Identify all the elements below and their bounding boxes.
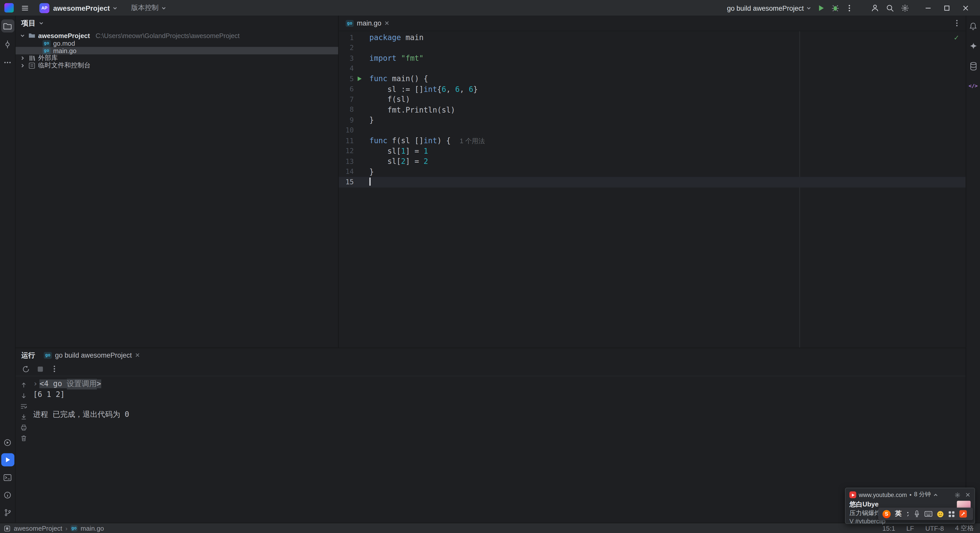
breadcrumb-project[interactable]: awesomeProject: [14, 525, 62, 532]
more-run-actions-button[interactable]: [842, 1, 856, 14]
vcs-widget[interactable]: 版本控制: [119, 1, 168, 14]
project-widget[interactable]: AP awesomeProject: [38, 1, 119, 14]
chevron-right-icon[interactable]: [19, 63, 25, 68]
commit-toolwindow-button[interactable]: [1, 38, 14, 51]
maximize-button[interactable]: [937, 1, 956, 14]
editor-tab-main-go[interactable]: go main.go: [341, 16, 395, 31]
run-line-icon[interactable]: [356, 76, 363, 82]
chevron-right-icon[interactable]: [19, 56, 25, 61]
notifications-button[interactable]: [966, 19, 980, 32]
sogou-logo-icon[interactable]: S: [883, 510, 891, 518]
close-tab-icon[interactable]: [135, 353, 140, 358]
code-line-6[interactable]: 6 sl := []int{6, 6, 6}: [339, 84, 966, 94]
punctuation-mode-icon[interactable]: [906, 511, 909, 516]
soft-wrap-button[interactable]: [20, 403, 27, 410]
code-line-12[interactable]: 12 sl[1] = 1: [339, 146, 966, 156]
version-control-toolwindow-button[interactable]: [1, 506, 14, 519]
code-line-7[interactable]: 7 f(sl): [339, 94, 966, 105]
code-line-13[interactable]: 13 sl[2] = 2: [339, 156, 966, 166]
print-button[interactable]: [20, 424, 27, 431]
code-line-14[interactable]: 14}: [339, 167, 966, 177]
console-more-button[interactable]: [51, 365, 58, 372]
keyboard-icon[interactable]: [924, 511, 932, 517]
code-line-3[interactable]: 3import "fmt": [339, 53, 966, 63]
tree-item-external-libraries[interactable]: 外部库: [16, 54, 338, 62]
down-stack-trace-button[interactable]: [20, 392, 27, 399]
notification-settings-icon[interactable]: [955, 492, 961, 498]
editor-tab-bar: go main.go: [339, 16, 966, 31]
settings-button[interactable]: [897, 1, 913, 14]
more-vertical-icon: [51, 365, 58, 372]
project-toolwindow-button[interactable]: [1, 19, 14, 32]
chevron-up-icon[interactable]: [933, 492, 939, 498]
more-toolwindows-button[interactable]: [1, 56, 14, 68]
main-menu-button[interactable]: [18, 1, 33, 14]
up-stack-trace-button[interactable]: [20, 381, 27, 389]
close-window-button[interactable]: [956, 1, 975, 14]
console-line-4: 进程 已完成，退出代码为 0: [33, 410, 962, 420]
line-number: 1: [339, 34, 354, 42]
microphone-icon[interactable]: [913, 510, 920, 517]
tree-item-go-mod[interactable]: gogo.mod: [16, 39, 338, 47]
code-line-1[interactable]: 1package main: [339, 32, 966, 43]
tree-item-root[interactable]: awesomeProjectC:\Users\meowr\GolandProje…: [16, 32, 338, 39]
problems-toolwindow-button[interactable]: [1, 488, 14, 501]
maximize-icon: [943, 4, 951, 11]
ime-toolbar[interactable]: S 英: [878, 508, 973, 520]
stop-icon: [37, 365, 44, 372]
tree-item-scratches[interactable]: 临时文件和控制台: [16, 62, 338, 69]
code-line-11[interactable]: 11func f(sl []int) { 1 个用法: [339, 135, 966, 146]
status-indent[interactable]: 4 空格: [955, 524, 974, 533]
breadcrumb-file[interactable]: main.go: [81, 525, 104, 532]
services-toolwindow-button[interactable]: [1, 436, 14, 449]
run-configuration-selector[interactable]: go build awesomeProject: [721, 1, 815, 14]
tree-item-main-go[interactable]: gomain.go: [16, 47, 338, 54]
code-line-8[interactable]: 8 fmt.Println(sl): [339, 105, 966, 115]
status-caret-position[interactable]: 15:1: [882, 525, 895, 532]
minimize-button[interactable]: [919, 1, 937, 14]
rerun-button[interactable]: [22, 365, 30, 373]
code-area[interactable]: ✓ 1package main23import "fmt"45func main…: [339, 31, 966, 347]
fold-chevron-icon[interactable]: ›: [33, 380, 38, 388]
tree-item-label: go.mod: [53, 39, 75, 47]
clear-console-button[interactable]: [20, 434, 27, 442]
console-output[interactable]: ›<4 go 设置调用>[6 1 2]进程 已完成，退出代码为 0: [32, 376, 966, 522]
code-line-10[interactable]: 10: [339, 125, 966, 135]
close-tab-icon[interactable]: [384, 21, 390, 26]
run-toolwindow-button[interactable]: [1, 453, 14, 466]
debug-button[interactable]: [828, 1, 842, 14]
chevron-down-icon[interactable]: [19, 33, 25, 38]
tree-item-label: 临时文件和控制台: [38, 61, 91, 70]
code-line-4[interactable]: 4: [339, 64, 966, 74]
search-everywhere-button[interactable]: [883, 1, 897, 14]
line-number: 14: [339, 168, 354, 176]
apps-grid-icon[interactable]: [948, 511, 955, 517]
run-panel-header: 运行 go go build awesomeProject: [16, 348, 966, 362]
run-tab-go-build[interactable]: go go build awesomeProject: [44, 351, 140, 359]
emoji-icon[interactable]: [937, 511, 943, 517]
run-button[interactable]: [815, 1, 828, 14]
tab-options-button[interactable]: [953, 19, 961, 27]
run-panel: 运行 go go build awesomeProject: [16, 348, 966, 523]
ime-language-mode[interactable]: 英: [895, 509, 902, 518]
status-widgets: 15:1LFUTF-84 空格: [882, 524, 974, 533]
run-panel-title[interactable]: 运行: [21, 350, 35, 360]
ai-assistant-toolwindow-button[interactable]: [966, 39, 980, 53]
toolbox-icon[interactable]: [959, 510, 966, 517]
endpoints-toolwindow-button[interactable]: </>: [966, 80, 980, 92]
run-tab-label: go build awesomeProject: [55, 351, 132, 359]
code-line-5[interactable]: 5func main() {: [339, 74, 966, 84]
database-toolwindow-button[interactable]: [966, 59, 980, 73]
code-with-me-button[interactable]: [867, 1, 883, 14]
code-line-2[interactable]: 2: [339, 43, 966, 53]
status-encoding[interactable]: UTF-8: [925, 525, 944, 532]
notification-close-icon[interactable]: [965, 492, 970, 498]
terminal-toolwindow-button[interactable]: [1, 471, 14, 484]
project-panel-header[interactable]: 项目: [16, 16, 338, 31]
line-number: 8: [339, 106, 354, 114]
scroll-to-end-button[interactable]: [20, 413, 27, 421]
code-line-15[interactable]: 15: [339, 177, 966, 187]
code-line-9[interactable]: 9}: [339, 115, 966, 125]
stop-button[interactable]: [37, 365, 44, 372]
status-line-separator[interactable]: LF: [907, 525, 914, 532]
